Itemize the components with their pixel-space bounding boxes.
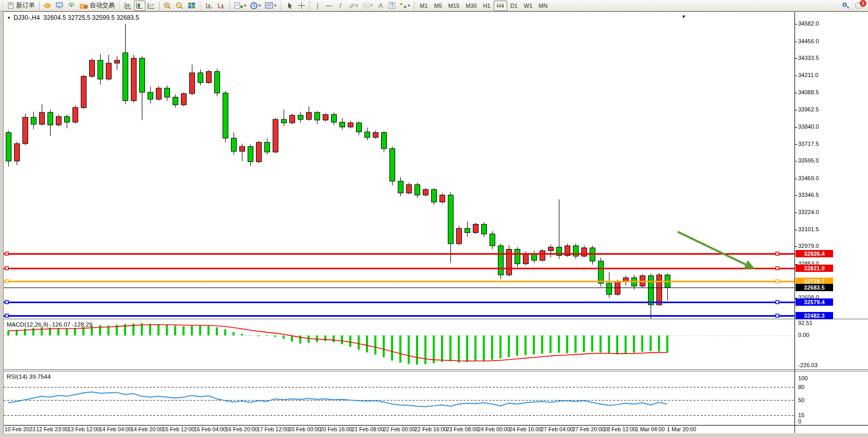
time-tick-label: 21 Feb 08:00 [352,426,384,432]
timeframe-w1[interactable]: W1 [521,1,536,11]
timeframe-m15[interactable]: M15 [445,1,462,11]
price-tag: 32821.9 [796,265,833,272]
channel-icon [348,2,356,9]
fibonacci-icon [362,2,370,9]
price-tick-label: 32979.0 [798,243,819,249]
time-tick-label: 27 Feb 04:00 [541,426,573,432]
macd-pane-canvas[interactable] [4,319,794,369]
price-tick-label: 33595.0 [798,157,819,164]
bar-chart-icon [125,2,132,9]
crosshair-tool-button[interactable] [296,1,307,11]
arrows-dropdown-arrow[interactable]: ▾ [408,3,410,8]
zoom-out-button[interactable] [174,1,186,11]
terminal-button[interactable] [54,1,66,11]
timeframe-d1[interactable]: D1 [507,1,521,11]
search-icon[interactable] [842,3,848,8]
notification-badge: 1 [860,0,866,7]
price-tick-mark [794,76,797,76]
timeframe-h4[interactable]: H4 [494,1,507,11]
macd-tick-label: -226.03 [798,362,817,368]
price-tick-mark [794,144,797,145]
chart-shift-button[interactable] [215,1,227,11]
template-icon [265,2,273,9]
time-tick-label: 16 Feb 04:00 [194,426,226,432]
price-tick-mark [794,93,797,93]
equidistant-channel-tool[interactable]: E [346,1,360,11]
macd-pane-separator[interactable] [4,319,868,319]
timeframe-m1[interactable]: M1 [417,1,431,11]
price-tick-mark [794,246,797,247]
auto-trading-label: 自动交易 [90,1,115,10]
line-chart-button[interactable] [145,1,157,11]
time-tick-label: 22 Feb 16:00 [415,426,447,432]
toolbar-grip [2,2,4,10]
timeframe-mn[interactable]: MN [535,1,551,11]
new-order-icon [8,2,15,9]
price-tick-mark [794,110,797,110]
price-tick-label: 34582.0 [798,20,819,27]
new-order-button[interactable]: 新订单 [6,1,37,11]
candlestick-chart-button[interactable] [134,1,145,11]
chart-title: ▼DJ30-,H4 32604.5 32725.5 32599.5 32683.… [7,14,139,21]
time-tick-label: 17 Feb 12:00 [257,426,289,432]
price-chart-canvas[interactable] [4,12,794,319]
trendline-tool[interactable]: / [335,1,346,11]
price-tick-label: 34456.0 [798,38,819,44]
rsi-tick-label: 80 [798,384,804,390]
zoom-in-icon [164,2,172,9]
indicators-button[interactable]: ▾ [232,1,248,11]
tile-windows-button[interactable] [186,1,198,11]
bar-chart-button[interactable] [123,1,134,11]
horizontal-line-tool[interactable]: — [323,1,335,11]
template-button[interactable]: ▾ [263,1,278,11]
signals-button[interactable] [66,1,78,11]
price-tick-label: 33224.0 [798,209,819,215]
price-tag: 32683.5 [796,284,833,291]
vertical-line-tool[interactable]: | [312,1,323,11]
macd-tick-label: 92.51 [798,320,813,326]
period-dropdown-arrow[interactable]: ▾ [259,3,261,8]
rsi-tick-label: 100 [798,375,808,381]
time-tick-label: 15 Feb 12:00 [163,426,195,432]
price-tick-label: 34211.0 [798,72,818,78]
rsi-tick-label: 0 [798,418,801,424]
price-tick-label: 33346.5 [798,192,819,198]
auto-scroll-button[interactable] [203,1,215,11]
timeframe-m30[interactable]: M30 [462,1,480,11]
rsi-pane-separator-top[interactable] [4,369,868,370]
notifications-icon[interactable]: 1 [855,3,863,8]
market-watch-button[interactable] [42,1,54,11]
auto-trading-icon [80,2,88,9]
template-dropdown-arrow[interactable]: ▾ [274,3,276,8]
symbol-dropdown-icon[interactable]: ▼ [7,16,11,20]
price-tick-mark [794,161,797,161]
timeframe-m5[interactable]: M5 [431,1,445,11]
price-tag: 32926.4 [796,250,833,257]
period-clock-icon [250,2,258,9]
text-label-tool[interactable]: T [386,1,398,11]
cursor-tool-button[interactable] [284,1,296,11]
chart-title-symbol: DJ30-,H4 [14,14,40,21]
auto-trading-button[interactable]: 自动交易 [78,1,117,11]
price-tick-label: 34333.5 [798,55,819,61]
time-tick-label: 13 Feb 12:00 [68,426,100,432]
arrows-tool[interactable]: ▾ [398,1,412,11]
chart-title-ohlc: 32604.5 32725.5 32599.5 32683.5 [43,14,139,21]
price-tick-label: 33101.5 [798,226,819,232]
price-tick-mark [794,127,797,128]
auto-scroll-icon [205,2,213,9]
chart-corner-dropdown-icon[interactable]: ▼ [681,14,686,19]
price-tick-label: 33962.5 [798,106,819,113]
zoom-in-button[interactable] [162,1,174,11]
time-tick-label: 10 Feb 2023 [5,426,35,432]
indicators-dropdown-arrow[interactable]: ▾ [244,3,246,8]
rsi-pane-separator[interactable] [4,371,868,371]
signals-icon [68,2,76,9]
period-button[interactable]: ▾ [248,1,263,11]
fibonacci-tool[interactable]: F [360,1,375,11]
timeframe-h1[interactable]: H1 [480,1,494,11]
arrows-icon [400,2,407,9]
time-tick-label: 22 Feb 00:00 [383,426,415,432]
rsi-pane-canvas[interactable] [4,371,794,425]
text-tool[interactable]: A [375,1,386,11]
